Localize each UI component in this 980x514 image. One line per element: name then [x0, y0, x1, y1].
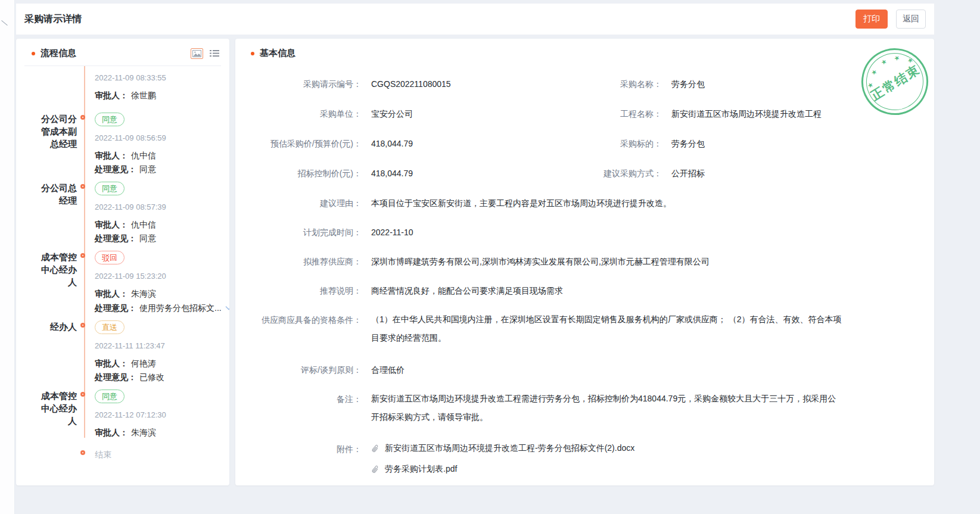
field-value: 新安街道五区市场周边环境提升改造工程需进行劳务分包，招标控制价为418044.7…	[371, 390, 842, 426]
field-label: 计划完成时间：	[245, 226, 362, 239]
field-row: 采购单位： 宝安分公司 工程名称： 新安街道五区市场周边环境提升改造工程	[245, 107, 920, 120]
field-label: 招标控制价(元)：	[245, 167, 362, 180]
section-bullet-icon	[32, 52, 35, 55]
field-value: 2022-11-10	[371, 226, 920, 239]
opinion-text: 同意	[139, 164, 156, 174]
approver-row: 审批人：仇中信	[95, 219, 229, 231]
field-label: 工程名称：	[573, 107, 662, 120]
opinion-row: 处理意见：同意	[95, 163, 229, 176]
step-role: 成本管控中心经办人	[36, 390, 77, 427]
approver-name: 徐世鹏	[131, 91, 156, 100]
attachment-item[interactable]: 分供商推荐表-劳务(1).docx	[371, 485, 920, 485]
timestamp: 2022-11-09 08:57:39	[95, 203, 229, 211]
field-label: 建议采购方式：	[573, 167, 662, 180]
section-bullet-icon	[251, 52, 254, 55]
field-row: 建议理由： 本项目位于宝安区新安街道，主要工程内容是对五区市场周边环境进行提升改…	[245, 197, 920, 210]
field-value: 深圳市博晖建筑劳务有限公司,深圳市鸿林涛实业发展有限公司,深圳市元赫工程管理有限…	[371, 255, 920, 268]
print-button[interactable]: 打印	[855, 10, 888, 29]
attachment-name: 分供商推荐表-劳务(1).docx	[385, 485, 484, 485]
step-role: 分公司总经理	[36, 182, 77, 207]
page-header: 采购请示详情 打印 返回	[16, 4, 934, 35]
field-label: 供应商应具备的资格条件：	[245, 313, 362, 347]
field-row: 评标/谈判原则： 合理低价	[245, 363, 920, 376]
field-row: 供应商应具备的资格条件： （1）在中华人民共和国境内注册，在深圳地区设置有长期固…	[245, 313, 920, 347]
timeline-node-icon	[80, 323, 85, 328]
approver-name: 仇中信	[131, 220, 156, 229]
attachment-item[interactable]: 新安街道五区市场周边环境提升改造工程-劳务分包招标文件(2).docx	[371, 443, 920, 454]
paperclip-icon	[369, 443, 381, 454]
back-button[interactable]: 返回	[896, 10, 926, 29]
timeline-step: 分公司总经理 同意 2022-11-09 08:57:39 审批人：仇中信 处理…	[16, 182, 229, 245]
approval-timeline: 2022-11-09 08:33:55 审批人：徐世鹏 分公司分管成本副总经理 …	[16, 66, 229, 462]
field-label: 建议理由：	[245, 197, 362, 210]
info-panel-title: 基本信息	[260, 48, 295, 59]
timestamp: 2022-11-12 07:12:30	[95, 410, 229, 419]
field-row: 备注： 新安街道五区市场周边环境提升改造工程需进行劳务分包，招标控制价为4180…	[245, 392, 920, 426]
opinion-text: 同意	[139, 233, 156, 243]
attachment-name: 劳务采购计划表.pdf	[385, 464, 457, 475]
approver-row: 审批人：徐世鹏	[95, 89, 229, 102]
approver-row: 审批人：朱海滨	[95, 426, 229, 439]
field-label: 拟推荐供应商：	[245, 255, 362, 268]
approver-label: 审批人：	[95, 91, 128, 100]
timeline-end-label: 结束	[95, 448, 111, 461]
step-role: 经办人	[36, 320, 77, 333]
approver-row: 审批人：仇中信	[95, 149, 229, 162]
timeline-end: 结束	[16, 448, 229, 462]
timeline-step: 经办人 直送 2022-11-11 11:23:47 审批人：何艳涛 处理意见：…	[16, 320, 229, 384]
collapsed-side-strip	[0, 0, 15, 514]
field-label: 采购请示编号：	[245, 77, 362, 91]
flow-panel-header: 流程信息	[16, 39, 229, 66]
field-label: 评标/谈判原则：	[245, 363, 362, 376]
field-row: 预估采购价/预算价(元)： 418,044.79 采购标的： 劳务分包	[245, 137, 920, 150]
timeline-node-icon	[80, 115, 85, 120]
timestamp: 2022-11-09 08:33:55	[95, 73, 229, 82]
attachments-row: 附件： 新安街道五区市场周边环境提升改造工程-劳务分包招标文件(2).docx …	[245, 443, 920, 485]
field-label: 推荐说明：	[245, 284, 362, 297]
status-badge: 同意	[95, 390, 125, 403]
paperclip-icon	[369, 463, 381, 475]
timeline-step: 成本管控中心经办人 驳回 2022-11-09 15:23:20 审批人：朱海滨…	[16, 251, 229, 314]
status-badge: 同意	[95, 113, 125, 126]
opinion-row: 处理意见：已修改	[95, 371, 229, 384]
attachment-item[interactable]: 劳务采购计划表.pdf	[371, 464, 920, 475]
field-value: CGQS202211080015	[371, 77, 563, 91]
field-label: 附件：	[245, 443, 362, 485]
field-row: 拟推荐供应商： 深圳市博晖建筑劳务有限公司,深圳市鸿林涛实业发展有限公司,深圳市…	[245, 255, 920, 268]
field-row: 采购请示编号： CGQS202211080015 采购名称： 劳务分包	[245, 77, 920, 91]
field-value: 公开招标	[671, 167, 920, 180]
field-value: 本项目位于宝安区新安街道，主要工程内容是对五区市场周边环境进行提升改造。	[371, 197, 920, 210]
timestamp: 2022-11-09 08:56:59	[95, 133, 229, 142]
resize-handle[interactable]	[1, 20, 8, 26]
field-label: 采购单位：	[245, 107, 362, 120]
field-label: 预估采购价/预算价(元)：	[245, 137, 362, 150]
attachment-name: 新安街道五区市场周边环境提升改造工程-劳务分包招标文件(2).docx	[385, 443, 634, 454]
step-role: 成本管控中心经办人	[36, 251, 77, 288]
paperclip-icon	[369, 484, 381, 485]
approver-name: 朱海滨	[131, 428, 156, 437]
expand-opinion-chevron-icon[interactable]	[225, 301, 229, 314]
field-value: 商经营情况良好，能配合公司要求满足项目现场需求	[371, 284, 920, 297]
timestamp: 2022-11-09 15:23:20	[95, 272, 229, 281]
opinion-text: 使用劳务分包招标文...	[139, 303, 222, 313]
timeline-entry-partial: 2022-11-09 08:33:55 审批人：徐世鹏	[95, 73, 229, 102]
header-actions: 打印 返回	[855, 10, 926, 29]
list-view-icon[interactable]	[209, 49, 220, 58]
graph-view-icon[interactable]	[191, 48, 203, 59]
field-row: 计划完成时间： 2022-11-10	[245, 226, 920, 239]
timeline-node-icon	[80, 392, 85, 397]
field-label: 采购标的：	[573, 137, 662, 150]
flow-info-panel: 流程信息 2022-11-09 08:33:55 审批人：徐世鹏	[16, 39, 229, 485]
opinion-row: 处理意见：同意	[95, 232, 229, 245]
status-badge: 驳回	[95, 251, 125, 264]
approver-row: 审批人：朱海滨	[95, 288, 229, 300]
status-badge: 同意	[95, 182, 125, 195]
basic-info-panel: 基本信息 ★ ★ ★ ★ ★ 正常结束 采购请示编号： CGQS20221108…	[235, 39, 934, 485]
page-title: 采购请示详情	[24, 13, 82, 26]
opinion-text: 已修改	[139, 372, 164, 382]
info-fields: 采购请示编号： CGQS202211080015 采购名称： 劳务分包 采购单位…	[235, 66, 934, 485]
field-row: 推荐说明： 商经营情况良好，能配合公司要求满足项目现场需求	[245, 284, 920, 297]
approver-name: 仇中信	[131, 151, 156, 160]
field-label: 采购名称：	[573, 77, 662, 91]
field-value: 劳务分包	[671, 137, 920, 150]
